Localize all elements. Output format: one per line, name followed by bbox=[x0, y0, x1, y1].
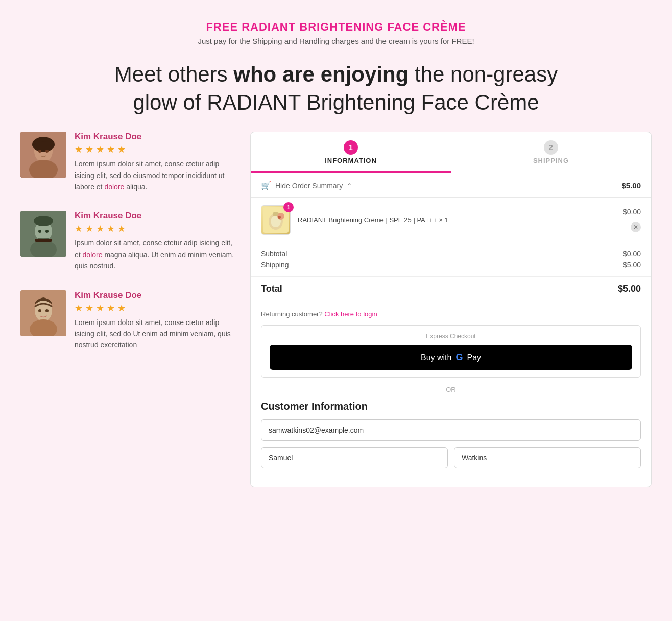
reviewer-name: Kim Krause Doe bbox=[75, 132, 235, 142]
avatar bbox=[20, 132, 66, 178]
product-right: $0.00 ✕ bbox=[623, 208, 641, 232]
review-content: Kim Krause Doe ★ ★ ★ ★ ★ Lorem ipsum dol… bbox=[75, 290, 235, 351]
gpay-buy-text: Buy with bbox=[421, 353, 451, 362]
customer-info-title: Customer Information bbox=[261, 401, 641, 412]
content-row: Kim Krause Doe ★ ★ ★ ★ ★ Lorem ipsum dol… bbox=[20, 132, 652, 487]
avatar bbox=[20, 290, 66, 336]
shipping-value: $5.00 bbox=[623, 261, 641, 269]
gpay-button[interactable]: Buy with G Pay bbox=[270, 345, 632, 370]
review-text: Ipsum dolor sit amet, conse ctetur adip … bbox=[75, 237, 235, 271]
avatar bbox=[20, 211, 66, 257]
headline-part1: Meet others bbox=[114, 62, 233, 86]
review-stars: ★ ★ ★ ★ ★ bbox=[75, 303, 235, 314]
order-summary-left: 🛒 Hide Order Summary ⌃ bbox=[261, 181, 352, 190]
review-content: Kim Krause Doe ★ ★ ★ ★ ★ Lorem ipsum dol… bbox=[75, 132, 235, 192]
page-header: FREE RADIANT BRIGHTENING FACE CRÈME Just… bbox=[20, 10, 652, 51]
product-quantity-badge: 1 bbox=[283, 202, 294, 212]
svg-point-4 bbox=[38, 150, 41, 153]
google-g-icon: G bbox=[455, 352, 463, 363]
reviewer-name: Kim Krause Doe bbox=[75, 211, 235, 221]
svg-rect-12 bbox=[35, 239, 52, 242]
svg-point-11 bbox=[45, 230, 49, 233]
last-name-field[interactable] bbox=[454, 447, 641, 468]
email-field-group bbox=[261, 419, 641, 441]
svg-point-5 bbox=[45, 150, 49, 153]
last-name-group bbox=[454, 447, 641, 468]
review-stars: ★ ★ ★ ★ ★ bbox=[75, 144, 235, 155]
review-text: Lorem ipsum dolor sit amet, conse ctetur… bbox=[75, 158, 235, 192]
first-name-field[interactable] bbox=[261, 447, 448, 468]
svg-point-9 bbox=[34, 216, 53, 226]
totals-section: Subtotal $0.00 Shipping $5.00 bbox=[251, 242, 651, 277]
review-item: Kim Krause Doe ★ ★ ★ ★ ★ Ipsum dolor sit… bbox=[20, 211, 235, 271]
checkout-panel: 1 INFORMATION 2 SHIPPING 🛒 Hide Order Su… bbox=[250, 132, 652, 487]
total-label: Total bbox=[261, 284, 282, 294]
svg-point-10 bbox=[38, 230, 41, 233]
login-link[interactable]: Click here to login bbox=[324, 310, 377, 318]
product-thumbnail-wrap: 1 bbox=[261, 205, 291, 235]
total-value: $5.00 bbox=[618, 284, 641, 294]
name-fields-row bbox=[261, 447, 641, 475]
shipping-label: Shipping bbox=[261, 261, 289, 269]
shipping-row: Shipping $5.00 bbox=[261, 261, 641, 269]
review-stars: ★ ★ ★ ★ ★ bbox=[75, 223, 235, 234]
order-summary-label: Hide Order Summary bbox=[275, 182, 343, 190]
cart-icon: 🛒 bbox=[261, 181, 271, 190]
chevron-up-icon: ⌃ bbox=[347, 182, 352, 189]
product-name: RADIANT Brightening Crème | SPF 25 | PA+… bbox=[298, 216, 448, 224]
or-divider: OR bbox=[261, 386, 641, 393]
subtotal-value: $0.00 bbox=[623, 250, 641, 258]
step-shipping[interactable]: 2 SHIPPING bbox=[451, 140, 651, 173]
step-2-label: SHIPPING bbox=[451, 157, 651, 164]
step-2-circle: 2 bbox=[544, 140, 558, 155]
step-1-circle: 1 bbox=[344, 140, 358, 155]
product-remove-button[interactable]: ✕ bbox=[631, 222, 641, 232]
reviewer-name: Kim Krause Doe bbox=[75, 290, 235, 301]
order-summary-price: $5.00 bbox=[621, 181, 641, 190]
product-row: 1 RADIANT Brightening Crème | SPF 25 | P… bbox=[251, 198, 651, 242]
header-title: FREE RADIANT BRIGHTENING FACE CRÈME bbox=[20, 20, 652, 34]
review-content: Kim Krause Doe ★ ★ ★ ★ ★ Ipsum dolor sit… bbox=[75, 211, 235, 271]
review-text: Lorem ipsum dolor sit amet, conse ctetur… bbox=[75, 317, 235, 351]
main-headline: Meet others who are enjoying the non-gre… bbox=[106, 61, 566, 116]
svg-point-23 bbox=[278, 216, 281, 219]
subtotal-row: Subtotal $0.00 bbox=[261, 250, 641, 258]
returning-customer: Returning customer? Click here to login bbox=[261, 310, 641, 318]
review-item: Kim Krause Doe ★ ★ ★ ★ ★ Lorem ipsum dol… bbox=[20, 132, 235, 192]
svg-point-16 bbox=[38, 309, 41, 312]
email-field[interactable] bbox=[261, 419, 641, 441]
checkout-body: Returning customer? Click here to login … bbox=[251, 302, 651, 487]
product-left: 1 RADIANT Brightening Crème | SPF 25 | P… bbox=[261, 205, 448, 235]
reviews-column: Kim Krause Doe ★ ★ ★ ★ ★ Lorem ipsum dol… bbox=[20, 132, 235, 369]
express-checkout-section: Express Checkout Buy with G Pay bbox=[261, 325, 641, 378]
first-name-group bbox=[261, 447, 448, 468]
order-summary-toggle[interactable]: 🛒 Hide Order Summary ⌃ $5.00 bbox=[251, 173, 651, 198]
returning-customer-text: Returning customer? bbox=[261, 310, 323, 318]
express-checkout-label: Express Checkout bbox=[270, 333, 632, 340]
svg-point-17 bbox=[45, 309, 49, 312]
product-price: $0.00 bbox=[623, 208, 641, 216]
checkout-steps: 1 INFORMATION 2 SHIPPING bbox=[251, 132, 651, 173]
step-1-label: INFORMATION bbox=[251, 157, 451, 164]
subtotal-label: Subtotal bbox=[261, 250, 287, 258]
header-subtitle: Just pay for the Shipping and Handling c… bbox=[20, 37, 652, 45]
step-information[interactable]: 1 INFORMATION bbox=[251, 140, 451, 173]
page-wrapper: FREE RADIANT BRIGHTENING FACE CRÈME Just… bbox=[0, 0, 672, 498]
grand-total-row: Total $5.00 bbox=[251, 277, 651, 302]
headline-bold: who are enjoying bbox=[233, 62, 409, 86]
review-item: Kim Krause Doe ★ ★ ★ ★ ★ Lorem ipsum dol… bbox=[20, 290, 235, 351]
gpay-pay-text: Pay bbox=[467, 353, 481, 362]
